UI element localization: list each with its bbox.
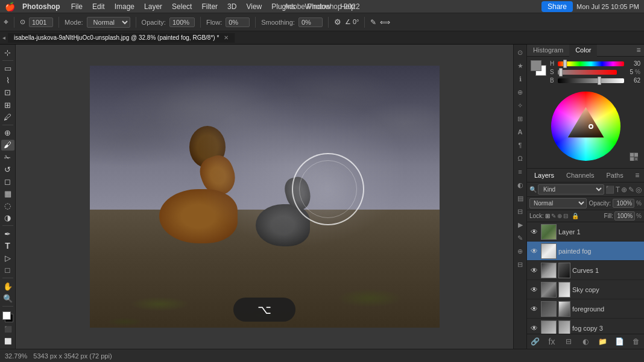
- canvas-area[interactable]: ⌥: [16, 45, 513, 349]
- filter-toggle[interactable]: ◎: [636, 186, 642, 194]
- lock-transparent-pixels[interactable]: ⊞: [545, 213, 550, 219]
- hue-track[interactable]: [558, 61, 624, 66]
- blend-mode-select[interactable]: Normal: [529, 198, 587, 208]
- create-adjustment-layer-button[interactable]: ◐: [580, 336, 591, 347]
- new-layer-button[interactable]: 📄: [614, 336, 625, 347]
- type-tool[interactable]: T: [1, 240, 14, 251]
- angle-input[interactable]: ∠ 0°: [345, 18, 359, 26]
- color-panel-menu[interactable]: ≡: [633, 45, 644, 55]
- layer-item[interactable]: 👁 Curves 1: [527, 261, 644, 280]
- shape-tool[interactable]: □: [1, 264, 14, 275]
- add-mask-button[interactable]: ⊟: [563, 336, 574, 347]
- tab-color[interactable]: Color: [569, 45, 597, 57]
- object-selection-tool[interactable]: ⊡: [1, 87, 14, 98]
- layers-panel-menu[interactable]: ≡: [633, 170, 642, 181]
- smoothing-input[interactable]: [298, 17, 323, 27]
- color-wheel[interactable]: [551, 92, 620, 161]
- crop-tool[interactable]: ⊞: [1, 99, 14, 110]
- tab-close-button[interactable]: ✕: [224, 34, 229, 41]
- history-icon[interactable]: ⊙: [515, 47, 526, 58]
- clone-source-icon[interactable]: ⊞: [515, 113, 526, 124]
- brush-size-input[interactable]: [29, 17, 53, 27]
- quick-mask-tool[interactable]: ⬛: [1, 323, 14, 334]
- layer-item[interactable]: 👁 painted fog: [527, 242, 644, 261]
- kind-filter-select[interactable]: Kind: [538, 184, 604, 195]
- opacity-input[interactable]: [613, 199, 634, 208]
- layer-visibility-toggle[interactable]: 👁: [529, 285, 539, 295]
- path-selection-tool[interactable]: ▷: [1, 252, 14, 263]
- eraser-tool[interactable]: ◻: [1, 176, 14, 187]
- menu-layer[interactable]: Layer: [140, 2, 166, 11]
- add-swatch-button[interactable]: [630, 152, 638, 162]
- hand-tool[interactable]: ✋: [1, 281, 14, 292]
- lock-artboard[interactable]: ⊟: [563, 213, 568, 219]
- tab-paths[interactable]: Paths: [602, 170, 628, 180]
- pressure-icon[interactable]: ✎: [370, 18, 376, 27]
- character-icon[interactable]: A: [515, 126, 526, 137]
- lock-image-pixels[interactable]: ✎: [551, 213, 556, 219]
- blur-tool[interactable]: ◌: [1, 200, 14, 211]
- brush-tool[interactable]: 🖌: [1, 140, 14, 151]
- filter-icon-1[interactable]: ⬛: [605, 186, 614, 194]
- menu-select[interactable]: Select: [168, 2, 195, 11]
- color-swatches[interactable]: [531, 60, 548, 77]
- layer-visibility-toggle[interactable]: 👁: [529, 323, 539, 333]
- color-swatch[interactable]: [1, 310, 14, 321]
- history-brush-tool[interactable]: ↺: [1, 164, 14, 175]
- menu-view[interactable]: View: [242, 2, 265, 11]
- filter-icon-3[interactable]: ⊕: [621, 186, 627, 194]
- lock-all[interactable]: 🔒: [572, 213, 579, 219]
- saturation-track[interactable]: [558, 70, 617, 75]
- move-tool-icon[interactable]: ⌖: [4, 17, 8, 27]
- menu-file[interactable]: File: [68, 2, 86, 11]
- paragraph-icon[interactable]: ¶: [515, 140, 526, 151]
- content-icon[interactable]: ⊟: [515, 206, 526, 217]
- mode-select[interactable]: Normal: [87, 17, 130, 28]
- lasso-tool[interactable]: ⌇: [1, 75, 14, 86]
- settings-icon[interactable]: ⚙: [334, 17, 341, 27]
- zoom-tool[interactable]: 🔍: [1, 293, 14, 304]
- properties-icon[interactable]: ≡: [515, 166, 526, 177]
- navigator-icon[interactable]: ⊕: [515, 87, 526, 98]
- opacity-input[interactable]: [169, 17, 195, 27]
- menu-filter[interactable]: Filter: [198, 2, 221, 11]
- share-button[interactable]: Share: [541, 1, 573, 12]
- arrange-icon[interactable]: ⊟: [515, 259, 526, 270]
- filter-icon-4[interactable]: ✎: [628, 186, 634, 194]
- gradient-tool[interactable]: ▦: [1, 188, 14, 199]
- actions-icon[interactable]: ★: [515, 60, 526, 71]
- menu-3d[interactable]: 3D: [224, 2, 240, 11]
- layer-item[interactable]: 👁 foreground: [527, 299, 644, 319]
- layer-item[interactable]: 👁 Sky copy: [527, 280, 644, 299]
- brushes-icon[interactable]: ✧: [515, 100, 526, 111]
- timeline-icon[interactable]: ▶: [515, 219, 526, 230]
- filter-icon-2[interactable]: T: [616, 186, 620, 194]
- fill-input[interactable]: [614, 211, 635, 220]
- layer-item[interactable]: 👁 fog copy 3: [527, 319, 644, 334]
- layer-visibility-toggle[interactable]: 👁: [529, 227, 539, 237]
- flow-input[interactable]: [226, 17, 250, 27]
- active-tab[interactable]: isabella-juskova-9aNItHjuOc0-unsplash.jp…: [8, 33, 235, 43]
- screen-mode[interactable]: ⬜: [1, 335, 14, 346]
- dodge-tool[interactable]: ◑: [1, 212, 14, 223]
- healing-brush-tool[interactable]: ⊕: [1, 128, 14, 139]
- marquee-tool[interactable]: ▭: [1, 63, 14, 74]
- brightness-track[interactable]: [558, 78, 624, 83]
- layer-visibility-toggle[interactable]: 👁: [529, 266, 539, 275]
- layer-visibility-toggle[interactable]: 👁: [529, 304, 539, 314]
- glyphs-icon[interactable]: Ω: [515, 153, 526, 164]
- tab-channels[interactable]: Channels: [561, 170, 599, 180]
- tab-layers[interactable]: Layers: [529, 170, 559, 181]
- delete-layer-button[interactable]: 🗑: [631, 336, 642, 347]
- info-icon[interactable]: ℹ: [515, 73, 526, 84]
- adjustments-icon[interactable]: ◐: [515, 179, 526, 190]
- layer-item[interactable]: 👁 Layer 1: [527, 222, 644, 242]
- channels-icon[interactable]: ▤: [515, 193, 526, 204]
- tab-histogram[interactable]: Histogram: [527, 45, 569, 56]
- symmetry-icon[interactable]: ⟺: [380, 18, 390, 27]
- move-tool[interactable]: ⊹: [1, 47, 14, 58]
- menu-image[interactable]: Image: [111, 2, 138, 11]
- create-group-button[interactable]: 📁: [597, 336, 608, 347]
- color-wheel-pointer[interactable]: [589, 124, 593, 129]
- layer-visibility-toggle[interactable]: 👁: [529, 246, 539, 256]
